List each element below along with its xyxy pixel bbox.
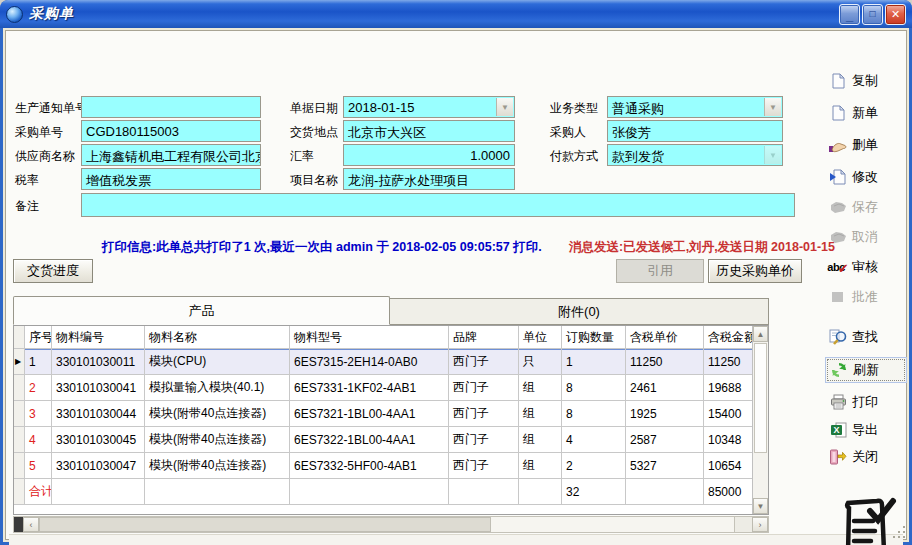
cell-unit[interactable]: 只 <box>519 349 562 375</box>
cell-amount[interactable]: 10348 <box>704 427 754 453</box>
tab-attachments[interactable]: 附件(0) <box>390 298 769 325</box>
tab-products[interactable]: 产品 <box>13 296 390 325</box>
cell-price[interactable]: 2461 <box>626 375 704 401</box>
cell-model[interactable]: 6ES7322-1BL00-4AA1 <box>290 427 449 453</box>
grid-col-header-qty[interactable]: 订购数量 <box>562 326 626 349</box>
history-price-button[interactable]: 历史采购单价 <box>708 259 802 283</box>
cell-brand[interactable]: 西门子 <box>449 401 519 427</box>
cell-brand[interactable]: 西门子 <box>449 427 519 453</box>
cell-amount[interactable]: 15400 <box>704 401 754 427</box>
cell-name[interactable]: 模块(附带40点连接器) <box>145 401 290 427</box>
grid-col-header-amount[interactable]: 含税金额 <box>704 326 754 349</box>
cell-seq[interactable]: 5 <box>25 453 52 479</box>
cell-unit[interactable]: 组 <box>519 453 562 479</box>
title-bar[interactable]: 采购单 _ □ ✕ <box>0 0 912 28</box>
buyer-field[interactable]: 张俊芳 <box>607 120 783 142</box>
grid-col-header-code[interactable]: 物料编号 <box>52 326 145 349</box>
remark-field[interactable] <box>81 193 795 217</box>
table-row[interactable]: 5330101030047模块(附带40点连接器)6ES7332-5HF00-4… <box>14 453 768 479</box>
minimize-button[interactable]: _ <box>839 4 860 25</box>
cell-model[interactable]: 6ES7321-1BL00-4AA1 <box>290 401 449 427</box>
cell-qty[interactable]: 8 <box>562 401 626 427</box>
chevron-down-icon[interactable]: ▼ <box>764 98 781 116</box>
cell-code[interactable]: 330101030041 <box>52 375 145 401</box>
vertical-scroll-thumb[interactable] <box>754 343 767 453</box>
cell-name[interactable]: 模拟量输入模块(40.1) <box>145 375 290 401</box>
chevron-down-icon[interactable]: ▼ <box>496 98 513 116</box>
cell-code[interactable]: 330101030045 <box>52 427 145 453</box>
grid-col-header-price[interactable]: 含税单价 <box>626 326 704 349</box>
sidebar-button-printer[interactable]: 打印 <box>825 389 907 415</box>
sidebar-button-exit-door[interactable]: 关闭 <box>825 444 907 470</box>
cell-price[interactable]: 5327 <box>626 453 704 479</box>
tax-rate-field[interactable]: 增值税发票 <box>81 168 261 190</box>
sidebar-button-delete-hand[interactable]: 删单 <box>825 132 907 158</box>
horizontal-scrollbar[interactable]: ‹ › <box>13 516 769 533</box>
chevron-down-icon[interactable]: ▼ <box>764 146 781 164</box>
supplier-field[interactable]: 上海鑫锖机电工程有限公司北京分 <box>81 144 261 166</box>
cell-code[interactable]: 330101030011 <box>52 349 145 375</box>
sidebar-button-edit-doc[interactable]: 修改 <box>825 164 907 190</box>
sidebar-button-copy-doc[interactable]: 复制 <box>825 68 907 94</box>
cell-price[interactable]: 1925 <box>626 401 704 427</box>
scroll-up-icon[interactable]: ▲ <box>753 326 768 342</box>
table-row[interactable]: 3330101030044模块(附带40点连接器)6ES7321-1BL00-4… <box>14 401 768 427</box>
cell-seq[interactable]: 1 <box>25 349 52 375</box>
cell-qty[interactable]: 1 <box>562 349 626 375</box>
delivery-progress-button[interactable]: 交货进度 <box>13 259 93 283</box>
cell-code[interactable]: 330101030044 <box>52 401 145 427</box>
cell-qty[interactable]: 2 <box>562 453 626 479</box>
cell-model[interactable]: 6ES7331-1KF02-4AB1 <box>290 375 449 401</box>
production-no-field[interactable] <box>81 96 261 118</box>
delivery-place-field[interactable]: 北京市大兴区 <box>343 120 515 142</box>
cell-seq[interactable]: 2 <box>25 375 52 401</box>
reference-button[interactable]: 引用 <box>616 259 704 283</box>
grid-col-header-unit[interactable]: 单位 <box>519 326 562 349</box>
cell-qty[interactable]: 4 <box>562 427 626 453</box>
maximize-button[interactable]: □ <box>862 4 883 25</box>
horizontal-scroll-thumb[interactable] <box>39 517 491 532</box>
table-row[interactable]: 4330101030045模块(附带40点连接器)6ES7322-1BL00-4… <box>14 427 768 453</box>
cell-name[interactable]: 模块(CPU) <box>145 349 290 375</box>
table-row[interactable]: ▶1330101030011模块(CPU)6ES7315-2EH14-0AB0西… <box>14 349 768 375</box>
grid-col-header-brand[interactable]: 品牌 <box>449 326 519 349</box>
sidebar-button-new-doc[interactable]: 新单 <box>825 100 907 126</box>
scroll-left-icon[interactable]: ‹ <box>23 517 39 532</box>
table-row[interactable]: 2330101030041模拟量输入模块(40.1)6ES7331-1KF02-… <box>14 375 768 401</box>
cell-unit[interactable]: 组 <box>519 375 562 401</box>
sidebar-button-excel-export[interactable]: X导出 <box>825 417 907 443</box>
cell-seq[interactable]: 4 <box>25 427 52 453</box>
grid-col-header-name[interactable]: 物料名称 <box>145 326 290 349</box>
grid-col-header-model[interactable]: 物料型号 <box>290 326 449 349</box>
cell-amount[interactable]: 10654 <box>704 453 754 479</box>
cell-name[interactable]: 模块(附带40点连接器) <box>145 427 290 453</box>
cell-unit[interactable]: 组 <box>519 427 562 453</box>
biz-type-combobox[interactable]: 普通采购 ▼ <box>607 96 783 118</box>
scroll-right-icon[interactable]: › <box>752 517 768 532</box>
cell-model[interactable]: 6ES7332-5HF00-4AB1 <box>290 453 449 479</box>
cell-price[interactable]: 11250 <box>626 349 704 375</box>
grid-col-header-seq[interactable]: 序号 <box>25 326 52 349</box>
sidebar-button-refresh[interactable]: 刷新 <box>825 357 907 383</box>
close-button[interactable]: ✕ <box>885 4 906 25</box>
cell-brand[interactable]: 西门子 <box>449 349 519 375</box>
cell-price[interactable]: 2587 <box>626 427 704 453</box>
vertical-scrollbar[interactable]: ▲ ▼ <box>752 326 768 514</box>
cell-unit[interactable]: 组 <box>519 401 562 427</box>
cell-model[interactable]: 6ES7315-2EH14-0AB0 <box>290 349 449 375</box>
cell-brand[interactable]: 西门子 <box>449 375 519 401</box>
cell-amount[interactable]: 19688 <box>704 375 754 401</box>
cell-name[interactable]: 模块(附带40点连接器) <box>145 453 290 479</box>
project-field[interactable]: 龙润-拉萨水处理项目 <box>343 168 515 190</box>
payment-combobox[interactable]: 款到发货 ▼ <box>607 144 783 166</box>
cell-qty[interactable]: 8 <box>562 375 626 401</box>
cell-amount[interactable]: 11250 <box>704 349 754 375</box>
cell-code[interactable]: 330101030047 <box>52 453 145 479</box>
sidebar-button-audit-abc[interactable]: abc✔审核 <box>825 254 907 280</box>
resize-grip[interactable] <box>892 525 905 538</box>
cell-seq[interactable]: 3 <box>25 401 52 427</box>
scroll-down-icon[interactable]: ▼ <box>753 498 768 514</box>
order-date-combobox[interactable]: 2018-01-15 ▼ <box>343 96 515 118</box>
po-no-field[interactable]: CGD180115003 <box>81 120 261 142</box>
cell-brand[interactable]: 西门子 <box>449 453 519 479</box>
